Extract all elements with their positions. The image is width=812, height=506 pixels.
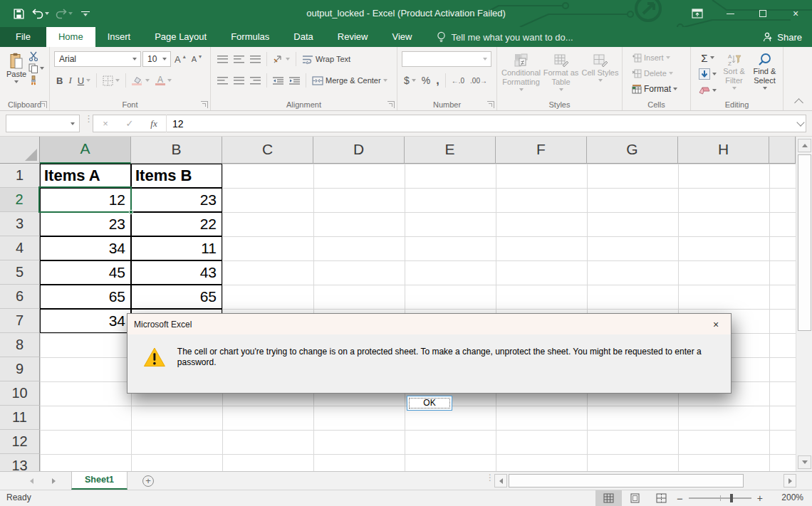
- horizontal-scrollbar[interactable]: [494, 474, 796, 487]
- bold-button[interactable]: B: [54, 72, 65, 89]
- cell-B2[interactable]: 23: [131, 188, 222, 212]
- cell-A6[interactable]: 65: [40, 285, 131, 309]
- sheet-tab-sheet1[interactable]: Sheet1: [71, 472, 127, 490]
- zoom-in-button[interactable]: +: [757, 492, 763, 504]
- zoom-slider-thumb[interactable]: [730, 494, 733, 502]
- row-header-6[interactable]: 6: [0, 285, 40, 309]
- column-header-A[interactable]: A: [40, 137, 131, 164]
- copy-button[interactable]: [28, 63, 44, 73]
- row-header-13[interactable]: 13: [0, 454, 40, 471]
- column-header-C[interactable]: C: [222, 137, 313, 164]
- paste-dropdown-arrow[interactable]: [14, 80, 19, 83]
- clipboard-dialog-launcher[interactable]: [40, 101, 47, 108]
- select-all-button[interactable]: [0, 137, 40, 164]
- row-header-4[interactable]: 4: [0, 236, 40, 260]
- minimize-button[interactable]: [714, 0, 746, 27]
- fill-button[interactable]: [697, 66, 719, 82]
- accounting-format-button[interactable]: $: [402, 72, 418, 89]
- cell-styles-button[interactable]: Cell Styles: [581, 50, 619, 98]
- collapse-ribbon-icon[interactable]: [794, 98, 803, 107]
- column-header-F[interactable]: F: [496, 137, 587, 164]
- increase-decimal-button[interactable]: ←.0: [449, 72, 467, 89]
- merge-center-button[interactable]: Merge & Center: [310, 72, 390, 89]
- format-cells-button[interactable]: Format: [630, 80, 680, 97]
- vertical-scrollbar-thumb[interactable]: [798, 154, 811, 331]
- page-break-view-button[interactable]: [648, 490, 675, 506]
- column-header-G[interactable]: G: [587, 137, 678, 164]
- name-box-dropdown-arrow[interactable]: [71, 122, 75, 125]
- cell-A7[interactable]: 34: [40, 309, 131, 333]
- formula-bar-grip[interactable]: ⋮: [84, 116, 90, 121]
- formula-input[interactable]: 12: [172, 118, 184, 130]
- column-header-E[interactable]: E: [405, 137, 496, 164]
- font-dialog-launcher[interactable]: [201, 101, 208, 108]
- tab-insert[interactable]: Insert: [95, 27, 143, 47]
- comma-style-button[interactable]: ,: [434, 72, 441, 89]
- number-dialog-launcher[interactable]: [487, 101, 494, 108]
- cell-A3[interactable]: 23: [40, 212, 131, 236]
- cell-B5[interactable]: 43: [131, 260, 222, 285]
- row-header-1[interactable]: 1: [0, 164, 40, 188]
- cell-B4[interactable]: 11: [131, 236, 222, 260]
- alignment-dialog-launcher[interactable]: [387, 101, 395, 108]
- tell-me-box[interactable]: Tell me what you want to do...: [437, 27, 573, 47]
- name-box[interactable]: [6, 115, 80, 132]
- normal-view-button[interactable]: [595, 490, 622, 506]
- horizontal-scrollbar-thumb[interactable]: [509, 474, 744, 487]
- tab-home[interactable]: Home: [46, 27, 95, 47]
- orientation-button[interactable]: [271, 51, 292, 68]
- decrease-indent-button[interactable]: [271, 72, 286, 89]
- underline-button[interactable]: U: [76, 72, 93, 89]
- align-right-button[interactable]: [248, 72, 263, 89]
- grow-font-button[interactable]: A▴: [172, 51, 188, 68]
- row-header-9[interactable]: 9: [0, 357, 40, 381]
- number-format-combo[interactable]: [402, 51, 491, 67]
- zoom-out-button[interactable]: −: [677, 492, 683, 505]
- scroll-right-button[interactable]: [784, 474, 796, 487]
- cell-A2[interactable]: 12: [40, 188, 131, 212]
- cell-B3[interactable]: 22: [131, 212, 222, 236]
- tab-scrollbar-divider[interactable]: ⋮: [486, 475, 490, 480]
- decrease-decimal-button[interactable]: .00→: [468, 72, 489, 89]
- delete-cells-button[interactable]: Delete: [630, 65, 675, 82]
- zoom-slider[interactable]: [689, 497, 751, 499]
- cell-A5[interactable]: 45: [40, 260, 131, 285]
- tab-page-layout[interactable]: Page Layout: [142, 27, 219, 47]
- ribbon-display-options-button[interactable]: [681, 0, 714, 27]
- font-color-button[interactable]: A: [153, 72, 174, 89]
- clear-button[interactable]: [697, 83, 719, 98]
- wrap-text-button[interactable]: Wrap Text: [300, 51, 353, 68]
- conditional-formatting-button[interactable]: Conditional Formatting: [501, 50, 541, 98]
- shrink-font-button[interactable]: A▾: [189, 51, 204, 68]
- row-header-10[interactable]: 10: [0, 381, 40, 406]
- scroll-up-button[interactable]: [798, 139, 811, 152]
- row-header-7[interactable]: 7: [0, 309, 40, 333]
- ok-button[interactable]: OK: [407, 396, 452, 411]
- cell-B1[interactable]: Items B: [131, 164, 222, 188]
- page-layout-view-button[interactable]: [622, 490, 648, 506]
- fill-color-button[interactable]: [130, 72, 152, 89]
- insert-function-button[interactable]: fx: [142, 118, 166, 130]
- cell-B6[interactable]: 65: [131, 285, 222, 309]
- vertical-scrollbar[interactable]: [796, 137, 812, 471]
- row-header-12[interactable]: 12: [0, 430, 40, 454]
- enter-button[interactable]: ✓: [118, 118, 142, 129]
- maximize-button[interactable]: [746, 0, 779, 27]
- insert-cells-button[interactable]: Insert: [630, 49, 672, 66]
- align-bottom-button[interactable]: [248, 51, 263, 68]
- format-painter-button[interactable]: [28, 75, 44, 85]
- row-header-3[interactable]: 3: [0, 212, 40, 236]
- tab-formulas[interactable]: Formulas: [219, 27, 281, 47]
- autosum-button[interactable]: Σ: [697, 50, 719, 65]
- next-sheet-icon[interactable]: [52, 478, 56, 484]
- row-header-5[interactable]: 5: [0, 260, 40, 285]
- column-header-H[interactable]: H: [678, 137, 769, 164]
- cancel-button[interactable]: ×: [93, 118, 118, 129]
- previous-sheet-icon[interactable]: [30, 478, 33, 484]
- close-button[interactable]: ×: [779, 0, 812, 27]
- dialog-close-button[interactable]: ×: [701, 314, 731, 334]
- increase-indent-button[interactable]: [287, 72, 302, 89]
- font-name-combo[interactable]: Arial: [54, 51, 141, 67]
- font-size-combo[interactable]: 10: [142, 51, 171, 67]
- percent-style-button[interactable]: %: [420, 72, 432, 89]
